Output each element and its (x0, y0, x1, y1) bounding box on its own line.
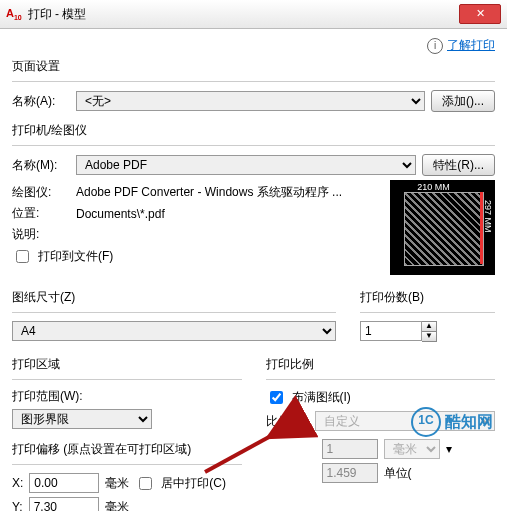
equals-icon: ▾ (446, 442, 452, 456)
center-checkbox[interactable] (139, 477, 152, 490)
x-label: X: (12, 476, 23, 490)
fit-checkbox[interactable] (270, 391, 283, 404)
printer-name-label: 名称(M): (12, 157, 70, 174)
location-value: Documents\*.pdf (76, 207, 165, 221)
window-title: 打印 - 模型 (28, 6, 459, 23)
print-to-file-checkbox[interactable] (16, 250, 29, 263)
center-label: 居中打印(C) (161, 475, 226, 492)
scale-num-input (322, 439, 378, 459)
mm-label: 毫米 (105, 475, 129, 492)
watermark-text: 酷知网 (445, 412, 493, 433)
plotter-value: Adobe PDF Converter - Windows 系统驱动程序 ... (76, 184, 342, 201)
learn-print-link[interactable]: 了解打印 (447, 37, 495, 54)
spin-down-icon[interactable]: ▼ (422, 332, 436, 341)
scale-unit-select: 毫米 (384, 439, 440, 459)
fit-label: 布满图纸(I) (292, 389, 351, 406)
info-icon: i (427, 38, 443, 54)
print-range-label: 打印范围(W): (12, 388, 242, 405)
watermark-logo-icon: 1C (411, 407, 441, 437)
copies-spinner[interactable]: ▲▼ (360, 321, 437, 342)
page-setup-title: 页面设置 (12, 58, 495, 75)
page-setup-name-select[interactable]: <无> (76, 91, 425, 111)
printer-title: 打印机/绘图仪 (12, 122, 495, 139)
offset-title: 打印偏移 (原点设置在可打印区域) (12, 441, 242, 458)
y-label: Y: (12, 500, 23, 511)
print-range-select[interactable]: 图形界限 (12, 409, 152, 429)
add-button[interactable]: 添加()... (431, 90, 495, 112)
plotter-label: 绘图仪: (12, 184, 70, 201)
properties-button[interactable]: 特性(R)... (422, 154, 495, 176)
scale-denom-input (322, 463, 378, 483)
copies-title: 打印份数(B) (360, 289, 495, 306)
offset-y-input[interactable] (29, 497, 99, 511)
paper-size-select[interactable]: A4 (12, 321, 336, 341)
name-label: 名称(A): (12, 93, 70, 110)
mm-label-2: 毫米 (105, 499, 129, 512)
copies-input[interactable] (360, 321, 422, 341)
print-area-title: 打印区域 (12, 356, 242, 373)
app-logo: A10 (6, 7, 22, 21)
location-label: 位置: (12, 205, 70, 222)
ratio-label: 比例(S): (266, 413, 309, 430)
close-button[interactable]: ✕ (459, 4, 501, 24)
printer-name-select[interactable]: Adobe PDF (76, 155, 416, 175)
paper-size-title: 图纸尺寸(Z) (12, 289, 336, 306)
desc-label: 说明: (12, 226, 70, 243)
scale-title: 打印比例 (266, 356, 496, 373)
watermark: 1C 酷知网 (411, 407, 493, 437)
unit-line-label: 单位( (384, 465, 412, 482)
paper-preview: 210 MM 297 MM (390, 180, 495, 275)
print-to-file-label: 打印到文件(F) (38, 248, 113, 265)
offset-x-input[interactable] (29, 473, 99, 493)
